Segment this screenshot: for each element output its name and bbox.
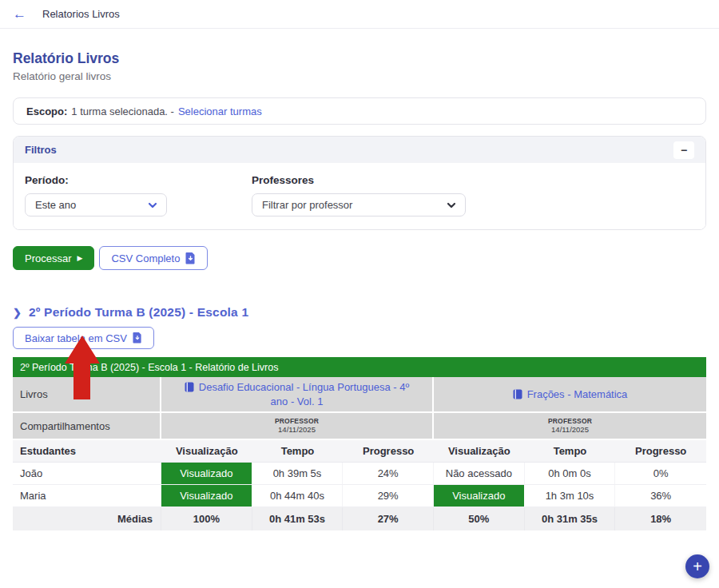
shared-by: PROFESSOR: [548, 417, 592, 426]
shared-by: PROFESSOR: [275, 417, 319, 426]
time-value: 0h 39m 5s: [252, 463, 344, 485]
time-value: 0h 0m 0s: [525, 463, 616, 485]
table-row: Maria Visualizado 0h 44m 40s 29% Visuali…: [13, 485, 706, 507]
view-status-badge: Visualizado: [161, 485, 252, 507]
books-row: Livros Desafio Educacional - Língua Port…: [13, 377, 706, 413]
professors-select[interactable]: Filtrar por professor: [252, 193, 466, 217]
period-value: Este ano: [35, 199, 76, 211]
csv-complete-label: CSV Completo: [111, 252, 180, 264]
period-label: Período:: [25, 174, 167, 186]
file-download-icon: [185, 252, 196, 264]
scope-text: 1 turma selecionada. -: [71, 105, 174, 117]
average-value: 27%: [343, 507, 434, 530]
student-name: João: [13, 463, 161, 485]
csv-complete-button[interactable]: CSV Completo: [99, 246, 208, 270]
report-section-toggle[interactable]: ❯ 2º Período Turma B (2025) - Escola 1: [13, 305, 706, 320]
shares-row: Compartilhamentos PROFESSOR 14/11/2025 P…: [13, 413, 706, 440]
process-button[interactable]: Processar ▶: [13, 246, 94, 270]
table-row: João Visualizado 0h 39m 5s 24% Não acess…: [13, 463, 706, 485]
book-icon: [185, 382, 194, 392]
professors-field: Professores Filtrar por professor: [252, 174, 466, 217]
share-info: PROFESSOR 14/11/2025: [161, 413, 434, 440]
student-name: Maria: [13, 485, 161, 507]
share-info: PROFESSOR 14/11/2025: [434, 413, 706, 440]
view-status: Não acessado: [434, 463, 525, 485]
chevron-right-icon: ❯: [13, 307, 22, 319]
column-header: Tempo: [252, 440, 344, 463]
average-value: 50%: [434, 507, 525, 530]
topbar: ← Relatorios Livros: [0, 0, 719, 29]
table-title-bar: 2º Período Turma B (2025) - Escola 1 - R…: [13, 357, 706, 377]
chevron-down-icon: [149, 201, 157, 209]
book-link[interactable]: Desafio Educacional - Língua Portuguesa …: [161, 377, 434, 413]
progress-value: 36%: [615, 485, 706, 507]
professors-placeholder: Filtrar por professor: [262, 199, 352, 211]
books-row-label: Livros: [13, 377, 161, 413]
back-arrow-icon[interactable]: ←: [13, 7, 26, 21]
report-table: 2º Período Turma B (2025) - Escola 1 - R…: [13, 357, 706, 530]
page-title: Relatório Livros: [13, 50, 706, 67]
filters-body: Período: Este ano Professores Filtrar po…: [14, 163, 705, 229]
view-status-badge: Visualizado: [161, 463, 252, 485]
progress-value: 29%: [343, 485, 434, 507]
period-field: Período: Este ano: [25, 174, 167, 217]
actions-row: Processar ▶ CSV Completo: [13, 246, 706, 270]
progress-value: 0%: [615, 463, 706, 485]
play-icon: ▶: [77, 255, 83, 262]
column-header: Progresso: [615, 440, 706, 463]
time-value: 0h 44m 40s: [252, 485, 344, 507]
report-section-title: 2º Período Turma B (2025) - Escola 1: [29, 305, 248, 320]
filters-header: Filtros −: [14, 137, 705, 163]
average-value: 0h 31m 35s: [525, 507, 616, 530]
column-header: Visualização: [434, 440, 525, 463]
add-fab-button[interactable]: +: [685, 554, 709, 578]
chevron-down-icon: [447, 201, 455, 209]
averages-label: Médias: [13, 507, 161, 530]
averages-row: Médias 100% 0h 41m 53s 27% 50% 0h 31m 35…: [13, 507, 706, 530]
file-download-icon: [133, 332, 142, 344]
filters-panel: Filtros − Período: Este ano Professores …: [13, 136, 706, 230]
download-table-csv-button[interactable]: Baixar tabela em CSV: [13, 327, 154, 349]
professors-label: Professores: [252, 174, 466, 186]
table-header-row: Estudantes Visualização Tempo Progresso …: [13, 440, 706, 463]
average-value: 100%: [161, 507, 252, 530]
period-select[interactable]: Este ano: [25, 193, 167, 217]
download-table-csv-label: Baixar tabela em CSV: [25, 332, 127, 344]
progress-value: 24%: [343, 463, 434, 485]
filters-title: Filtros: [25, 144, 57, 156]
collapse-filters-button[interactable]: −: [673, 141, 694, 159]
average-value: 18%: [615, 507, 706, 530]
select-classes-link[interactable]: Selecionar turmas: [178, 105, 262, 117]
view-status-badge: Visualizado: [434, 485, 525, 507]
column-header: Visualização: [161, 440, 252, 463]
column-header: Tempo: [525, 440, 616, 463]
book-icon: [513, 389, 522, 399]
column-header: Progresso: [343, 440, 434, 463]
time-value: 1h 3m 10s: [525, 485, 616, 507]
scope-label: Escopo:: [26, 105, 67, 117]
shared-date: 14/11/2025: [551, 425, 589, 435]
average-value: 0h 41m 53s: [252, 507, 344, 530]
topbar-title: Relatorios Livros: [42, 8, 120, 20]
shares-row-label: Compartilhamentos: [13, 413, 161, 440]
column-header: Estudantes: [13, 440, 161, 463]
shared-date: 14/11/2025: [278, 425, 316, 435]
process-label: Processar: [25, 252, 72, 264]
page-subtitle: Relatório geral livros: [13, 70, 706, 82]
book-link[interactable]: Frações - Matemática: [434, 377, 706, 413]
scope-card: Escopo: 1 turma selecionada. - Seleciona…: [13, 97, 706, 125]
